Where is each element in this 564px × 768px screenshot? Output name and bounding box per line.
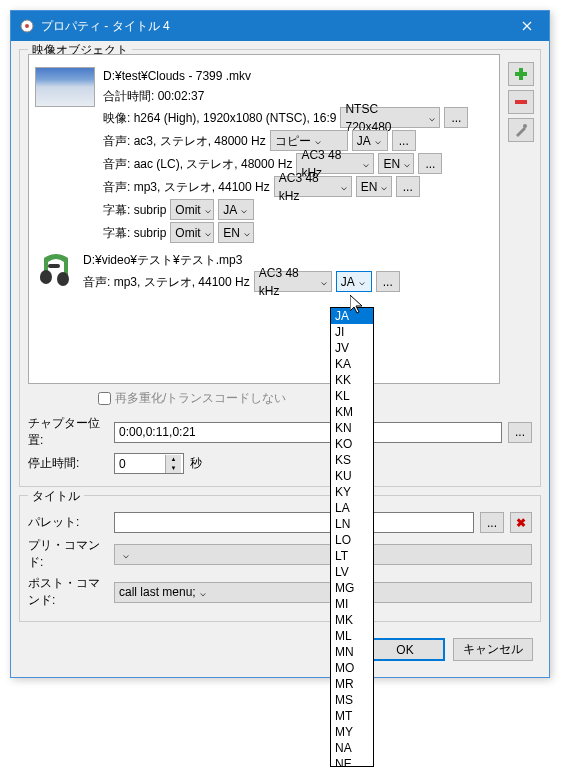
sub1-lang-combo[interactable]: JA [218,199,254,220]
dropdown-option[interactable]: KN [331,420,373,436]
video-format-combo[interactable]: NTSC 720x480 [340,107,440,128]
audio1-label: 音声: ac3, ステレオ, 48000 Hz [103,132,266,150]
palette-clear-button[interactable]: ✖ [510,512,532,533]
dropdown-option[interactable]: LO [331,532,373,548]
svg-point-2 [40,270,52,284]
sub2-lang-combo[interactable]: EN [218,222,254,243]
dropdown-option[interactable]: MO [331,660,373,676]
dropdown-option[interactable]: MY [331,724,373,740]
dropdown-option[interactable]: KS [331,452,373,468]
svg-rect-4 [48,264,60,268]
dropdown-option[interactable]: ML [331,628,373,644]
svg-rect-7 [515,100,527,104]
total-time: 合計時間: 00:02:37 [103,87,493,105]
dropdown-option[interactable]: NA [331,740,373,756]
remove-button[interactable] [508,90,534,114]
add-button[interactable] [508,62,534,86]
cancel-button[interactable]: キャンセル [453,638,533,661]
titlebar[interactable]: プロパティ - タイトル 4 [11,11,549,41]
dropdown-option[interactable]: KO [331,436,373,452]
dropdown-option[interactable]: KK [331,372,373,388]
pre-command-combo[interactable] [114,544,532,565]
chapter-browse-button[interactable]: ... [508,422,532,443]
dropdown-option[interactable]: JI [331,324,373,340]
video-object-group: 映像オブジェクト D:¥test¥Clouds - 7399 .mkv 合計時間… [19,49,541,487]
dropdown-option[interactable]: KY [331,484,373,500]
property-dialog: プロパティ - タイトル 4 映像オブジェクト D:¥test¥Clouds -… [10,10,550,678]
svg-point-3 [57,272,69,286]
audio-file-icon [35,251,75,291]
audio2-more-button[interactable]: ... [418,153,442,174]
palette-input[interactable] [114,512,474,533]
dialog-button-bar: OK キャンセル [19,630,541,669]
file-path: D:¥test¥Clouds - 7399 .mkv [103,67,493,85]
dropdown-option[interactable]: MK [331,612,373,628]
pre-command-label: プリ・コマンド: [28,537,108,571]
audio3-codec-combo[interactable]: AC3 48 kHz [274,176,352,197]
palette-browse-button[interactable]: ... [480,512,504,533]
dropdown-option[interactable]: MS [331,692,373,708]
sub1-action-combo[interactable]: Omit [170,199,214,220]
dropdown-option[interactable]: KA [331,356,373,372]
remux-checkbox[interactable] [98,392,111,405]
dropdown-option[interactable]: LN [331,516,373,532]
chapter-input[interactable] [114,422,502,443]
video-info-label: 映像: h264 (High), 1920x1080 (NTSC), 16:9 [103,109,336,127]
pause-input[interactable] [115,457,165,471]
audio2-lang-combo[interactable]: EN [378,153,414,174]
spin-up[interactable]: ▲ [165,455,181,464]
pause-label: 停止時間: [28,455,108,472]
file2-lang-combo[interactable]: JA [336,271,372,292]
file2-more-button[interactable]: ... [376,271,400,292]
dropdown-option[interactable]: MT [331,708,373,724]
app-icon [19,18,35,34]
post-command-combo[interactable]: call last menu; [114,582,532,603]
audio1-more-button[interactable]: ... [392,130,416,151]
file-item-2: D:¥video¥テスト¥テスト.mp3 音声: mp3, ステレオ, 4410… [35,251,493,294]
dropdown-option[interactable]: KU [331,468,373,484]
file2-codec-combo[interactable]: AC3 48 kHz [254,271,332,292]
audio2-label: 音声: aac (LC), ステレオ, 48000 Hz [103,155,292,173]
remux-label: 再多重化/トランスコードしない [115,390,286,407]
file2-audio-label: 音声: mp3, ステレオ, 44100 Hz [83,273,250,291]
sub2-action-combo[interactable]: Omit [170,222,214,243]
language-dropdown-list[interactable]: JAJIJVKAKKKLKMKNKOKSKUKYLALNLOLTLVMGMIMK… [330,307,374,767]
dropdown-option[interactable]: JV [331,340,373,356]
palette-label: パレット: [28,514,108,531]
title-group: タイトル パレット: ... ✖ プリ・コマンド: ポスト・コマンド: call… [19,495,541,622]
pause-unit: 秒 [190,455,202,472]
settings-button[interactable] [508,118,534,142]
ok-button[interactable]: OK [365,638,445,661]
close-button[interactable] [504,11,549,41]
spin-down[interactable]: ▼ [165,464,181,473]
chapter-label: チャプター位置: [28,415,108,449]
svg-point-8 [523,124,527,128]
dropdown-option[interactable]: MI [331,596,373,612]
dropdown-option[interactable]: LV [331,564,373,580]
window-title: プロパティ - タイトル 4 [41,18,504,35]
svg-point-1 [25,24,29,28]
dropdown-option[interactable]: NE [331,756,373,767]
audio3-more-button[interactable]: ... [396,176,420,197]
dropdown-option[interactable]: KM [331,404,373,420]
title-group-title: タイトル [28,488,84,505]
video-more-button[interactable]: ... [444,107,468,128]
dropdown-option[interactable]: JA [331,308,373,324]
file-item-1: D:¥test¥Clouds - 7399 .mkv 合計時間: 00:02:3… [35,67,493,245]
side-toolbar [508,62,534,142]
dropdown-option[interactable]: LT [331,548,373,564]
dropdown-option[interactable]: MG [331,580,373,596]
svg-rect-6 [515,72,527,76]
audio3-label: 音声: mp3, ステレオ, 44100 Hz [103,178,270,196]
sub2-label: 字幕: subrip [103,224,166,242]
audio3-lang-combo[interactable]: EN [356,176,392,197]
dialog-content: 映像オブジェクト D:¥test¥Clouds - 7399 .mkv 合計時間… [11,41,549,677]
dropdown-option[interactable]: LA [331,500,373,516]
video-thumbnail [35,67,95,107]
pause-spinner[interactable]: ▲▼ [114,453,184,474]
sub1-label: 字幕: subrip [103,201,166,219]
dropdown-option[interactable]: MR [331,676,373,692]
dropdown-option[interactable]: MN [331,644,373,660]
remux-checkbox-row: 再多重化/トランスコードしない [28,384,532,411]
dropdown-option[interactable]: KL [331,388,373,404]
